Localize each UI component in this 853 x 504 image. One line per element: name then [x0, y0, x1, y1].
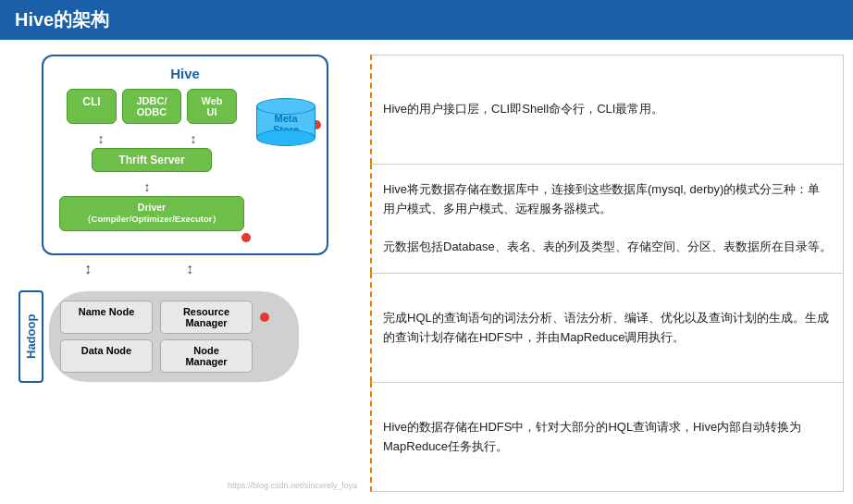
hive-label: Hive [55, 66, 315, 81]
top-section: CLI JDBC/ODBC WebUI ↕↕ Thri [55, 89, 315, 231]
name-node-box: Name Node [60, 301, 153, 334]
desc2-text: Hive将元数据存储在数据库中，连接到这些数据库(mysql, derby)的模… [383, 180, 832, 257]
description-3: 完成HQL的查询语句的词法分析、语法分析、编译、优化以及查询计划的生成。生成的查… [370, 273, 844, 382]
cylinder-bottom [256, 129, 315, 146]
hive-to-hadoop-arrows: ↕↕ [37, 261, 241, 277]
hadoop-area: Hadoop Name Node ResourceManager Data No… [19, 290, 333, 383]
hadoop-bottom-row: Data Node NodeManager [60, 339, 288, 373]
watermark: https://blog.csdn.net/sincerely_loya [228, 481, 357, 490]
desc3-text: 完成HQL的查询语句的词法分析、语法分析、编译、优化以及查询计划的生成。生成的查… [383, 309, 832, 348]
thrift-server-box: Thrift Server [92, 148, 212, 172]
main-content: Hive CLI JDBC/ODBC WebUI [0, 40, 853, 501]
interface-row: CLI JDBC/ODBC WebUI [55, 89, 249, 124]
cloud-shape: Name Node ResourceManager Data Node Node… [49, 291, 299, 382]
driver-label: Driver（Compiler/Optimizer/Executor） [82, 202, 222, 224]
arrows-down-1: ↕↕ [55, 131, 240, 146]
hive-inner: CLI JDBC/ODBC WebUI ↕↕ Thri [55, 89, 315, 242]
driver-dot [241, 233, 251, 242]
driver-dot-row [55, 233, 315, 242]
desc4-text: Hive的数据存储在HDFS中，针对大部分的HQL查询请求，Hive内部自动转换… [383, 418, 832, 457]
description-1: Hive的用户接口层，CLI即Shell命令行，CLI最常用。 [370, 55, 844, 164]
description-2: Hive将元数据存储在数据库中，连接到这些数据库(mysql, derby)的模… [370, 164, 844, 273]
desc1-text: Hive的用户接口层，CLI即Shell命令行，CLI最常用。 [383, 100, 663, 119]
page-title: Hive的架构 [0, 0, 853, 40]
cylinder-top [256, 98, 315, 115]
title-text: Hive的架构 [15, 9, 109, 30]
description-4: Hive的数据存储在HDFS中，针对大部分的HQL查询请求，Hive内部自动转换… [370, 382, 844, 492]
diagram-area: Hive CLI JDBC/ODBC WebUI [9, 55, 361, 492]
driver-box: Driver（Compiler/Optimizer/Executor） [59, 196, 244, 231]
text-area: Hive的用户接口层，CLI即Shell命令行，CLI最常用。 Hive将元数据… [370, 55, 844, 492]
resource-manager-dot [260, 313, 269, 322]
hive-left-part: CLI JDBC/ODBC WebUI ↕↕ Thri [55, 89, 249, 231]
hive-box: Hive CLI JDBC/ODBC WebUI [42, 55, 328, 255]
resource-manager-dot-wrap [260, 301, 269, 334]
page-container: Hive的架构 Hive CLI JDBC/ODBC [0, 0, 853, 501]
resource-manager-box: ResourceManager [160, 301, 253, 334]
data-node-box: Data Node [60, 339, 153, 373]
node-manager-box: NodeManager [160, 339, 253, 373]
jdbc-odbc-box: JDBC/ODBC [122, 89, 181, 124]
web-ui-box: WebUI [187, 89, 237, 124]
hadoop-label: Hadoop [19, 290, 43, 383]
arrows-down-2: ↕ [55, 179, 240, 194]
hadoop-top-row: Name Node ResourceManager [60, 301, 288, 334]
cli-box: CLI [67, 89, 117, 124]
meta-store: MetaStore [256, 98, 315, 146]
